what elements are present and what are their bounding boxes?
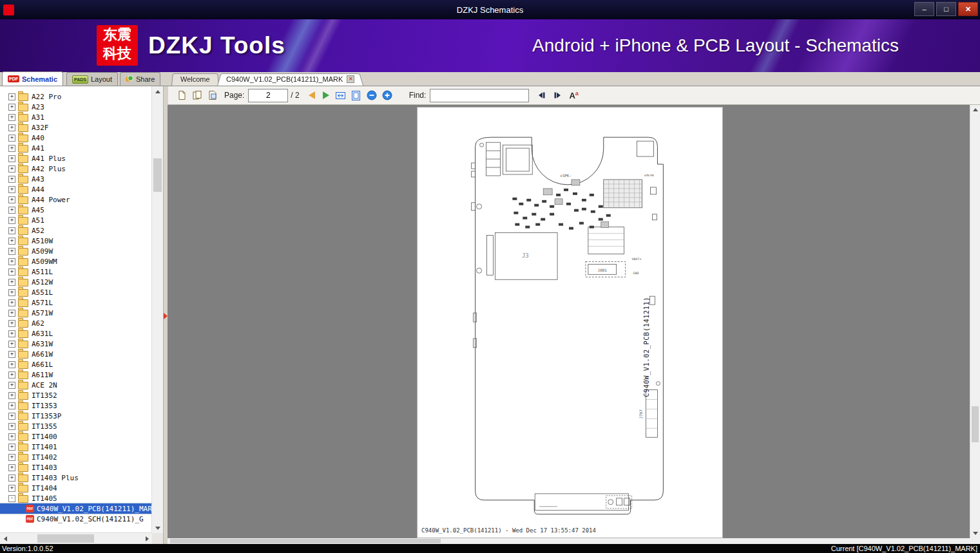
tree-item[interactable]: +A43 bbox=[0, 174, 44, 184]
tree-item[interactable]: +IT1353 bbox=[0, 400, 57, 411]
expand-icon[interactable]: + bbox=[8, 186, 15, 193]
tree-item[interactable]: +A511L bbox=[0, 267, 53, 277]
scrollbar-thumb[interactable] bbox=[37, 534, 94, 543]
tree-item[interactable]: +A40 bbox=[0, 133, 44, 143]
scrollbar-thumb[interactable] bbox=[170, 539, 441, 543]
previous-page-button[interactable] bbox=[309, 91, 315, 99]
scroll-down-button[interactable] bbox=[152, 523, 163, 533]
expand-icon[interactable]: + bbox=[8, 227, 15, 234]
expand-icon[interactable]: + bbox=[8, 258, 15, 265]
scroll-up-button[interactable] bbox=[970, 105, 980, 115]
expand-icon[interactable]: + bbox=[8, 433, 15, 440]
expand-icon[interactable]: + bbox=[8, 402, 15, 409]
tree-item[interactable]: +IT1352 bbox=[0, 390, 57, 400]
tree-item[interactable]: +A509W bbox=[0, 246, 53, 256]
tab-layout[interactable]: PADS Layout bbox=[66, 72, 118, 86]
scrollbar-thumb[interactable] bbox=[972, 406, 979, 442]
close-button[interactable]: ✕ bbox=[958, 2, 978, 16]
tree-item[interactable]: +A41 Plus bbox=[0, 153, 66, 164]
tree-item[interactable]: +A42 Plus bbox=[0, 164, 66, 174]
continuous-pages-view-icon[interactable] bbox=[206, 89, 219, 102]
expand-icon[interactable]: + bbox=[8, 361, 15, 368]
scroll-left-button[interactable] bbox=[0, 533, 10, 544]
maximize-button[interactable]: □ bbox=[936, 2, 956, 16]
tree-item[interactable]: +IT1402 bbox=[0, 452, 57, 462]
expand-icon[interactable]: + bbox=[8, 341, 15, 348]
zoom-out-button[interactable] bbox=[365, 89, 378, 102]
tree-item[interactable]: +A52 bbox=[0, 225, 44, 236]
fit-page-button[interactable] bbox=[350, 89, 363, 102]
expand-icon[interactable]: + bbox=[8, 104, 15, 111]
tree-item[interactable]: +A509WM bbox=[0, 256, 57, 267]
next-page-button[interactable] bbox=[323, 91, 329, 99]
tree-item[interactable]: +IT1353P bbox=[0, 411, 61, 421]
tree-item[interactable]: +A45 bbox=[0, 205, 44, 215]
expand-icon[interactable]: + bbox=[8, 176, 15, 183]
tree-item[interactable]: +A631W bbox=[0, 339, 53, 349]
find-previous-button[interactable] bbox=[535, 89, 548, 102]
expand-icon[interactable]: + bbox=[8, 454, 15, 461]
expand-icon[interactable]: + bbox=[8, 382, 15, 389]
tree-item[interactable]: +A62 bbox=[0, 318, 44, 328]
tree-item[interactable]: +A51 bbox=[0, 215, 44, 225]
expand-icon[interactable]: + bbox=[8, 474, 15, 482]
expand-icon[interactable]: + bbox=[8, 124, 15, 131]
tree-item[interactable]: +IT1404 bbox=[0, 483, 57, 493]
tree-item[interactable]: +IT1403 Plus bbox=[0, 473, 79, 483]
expand-icon[interactable]: + bbox=[8, 238, 15, 245]
fit-width-button[interactable] bbox=[334, 89, 347, 102]
expand-icon[interactable]: + bbox=[8, 279, 15, 286]
tree-item[interactable]: PDFC940W_V1.02_PCB(141211)_MARK bbox=[0, 503, 152, 514]
expand-icon[interactable]: + bbox=[8, 444, 15, 451]
tab-share[interactable]: Share bbox=[120, 72, 160, 86]
expand-icon[interactable]: + bbox=[8, 320, 15, 327]
tree-item[interactable]: +A571L bbox=[0, 297, 53, 308]
facing-pages-view-icon[interactable] bbox=[191, 89, 204, 102]
expand-icon[interactable]: + bbox=[8, 485, 15, 492]
scroll-down-button[interactable] bbox=[970, 529, 980, 538]
expand-icon[interactable]: + bbox=[8, 423, 15, 430]
close-tab-icon[interactable]: ✕ bbox=[347, 75, 354, 83]
scroll-right-button[interactable] bbox=[142, 533, 152, 544]
expand-icon[interactable]: + bbox=[8, 114, 15, 121]
expand-icon[interactable]: + bbox=[8, 207, 15, 214]
expand-icon[interactable]: + bbox=[8, 289, 15, 296]
tree-item[interactable]: +A631L bbox=[0, 328, 53, 339]
expand-icon[interactable]: + bbox=[8, 371, 15, 379]
expand-icon[interactable]: + bbox=[8, 217, 15, 224]
tree-item[interactable]: PDFC940W_V1.02_SCH(141211)_G bbox=[0, 514, 144, 524]
tree-item[interactable]: +A32F bbox=[0, 122, 49, 133]
tab-schematic[interactable]: PDF Schematic bbox=[2, 71, 63, 86]
doc-tab-current-document[interactable]: C940W_V1.02_PCB(141211)_MARK ✕ bbox=[217, 73, 363, 86]
tree-item[interactable]: +IT1403 bbox=[0, 462, 57, 473]
tree-item[interactable]: +A31 bbox=[0, 112, 44, 122]
match-case-icon[interactable]: Aa bbox=[569, 90, 578, 100]
viewer-vertical-scrollbar[interactable] bbox=[970, 105, 980, 538]
expand-icon[interactable]: + bbox=[8, 145, 15, 152]
scroll-up-button[interactable] bbox=[152, 86, 163, 97]
tree-item[interactable]: +A23 bbox=[0, 102, 44, 112]
expand-icon[interactable]: + bbox=[8, 93, 15, 100]
viewer-horizontal-scrollbar[interactable] bbox=[168, 538, 970, 544]
tree-item[interactable]: +IT1401 bbox=[0, 442, 57, 452]
tree-item[interactable]: +A661W bbox=[0, 349, 53, 359]
tree-item[interactable]: +A510W bbox=[0, 236, 53, 246]
scrollbar-thumb[interactable] bbox=[153, 158, 162, 192]
doc-tab-welcome[interactable]: Welcome bbox=[171, 73, 219, 86]
expand-icon[interactable]: + bbox=[8, 330, 15, 337]
tree-item[interactable]: +A512W bbox=[0, 277, 53, 287]
expand-icon[interactable]: + bbox=[8, 464, 15, 471]
tree-item[interactable]: +ACE 2N bbox=[0, 380, 57, 390]
find-next-button[interactable] bbox=[551, 89, 564, 102]
tree-item[interactable]: +IT1355 bbox=[0, 421, 57, 431]
tree-item[interactable]: -IT1405 bbox=[0, 493, 57, 503]
expand-icon[interactable]: + bbox=[8, 351, 15, 358]
expand-icon[interactable]: + bbox=[8, 165, 15, 173]
tree-item[interactable]: +A611W bbox=[0, 370, 53, 380]
tree-item[interactable]: +IT1400 bbox=[0, 431, 57, 442]
tree-item[interactable]: +A44 Power bbox=[0, 194, 70, 205]
zoom-in-button[interactable] bbox=[381, 89, 394, 102]
expand-icon[interactable]: + bbox=[8, 196, 15, 203]
tree-item[interactable]: +A41 bbox=[0, 143, 44, 153]
tree-item[interactable]: +A661L bbox=[0, 359, 53, 370]
